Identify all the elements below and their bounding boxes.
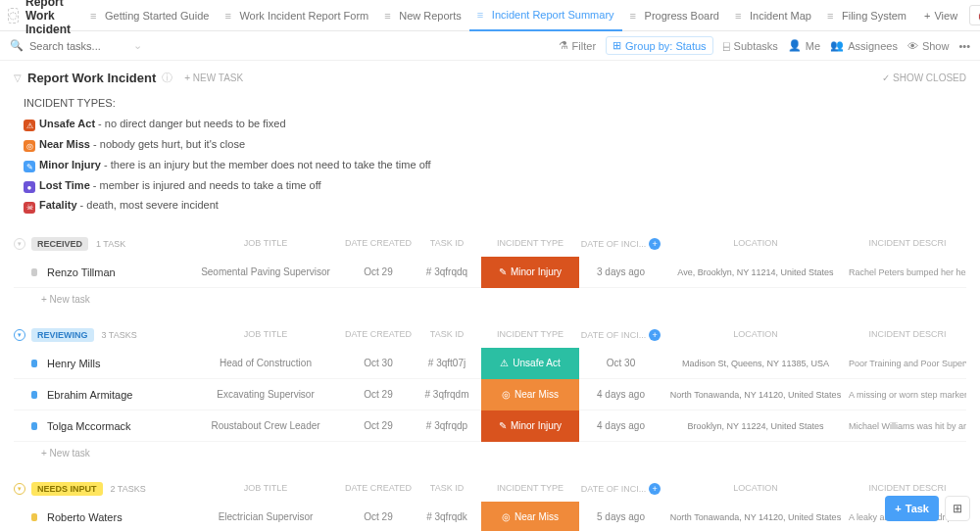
task-count: 2 TASKS bbox=[111, 484, 146, 494]
collapse-icon[interactable]: ▽ bbox=[14, 72, 22, 83]
automate-button[interactable]: 🤖 Automate ⌄ bbox=[969, 5, 980, 25]
task-row[interactable]: Roberto WatersElectrician SupervisorOct … bbox=[14, 502, 966, 531]
add-view-button[interactable]: +View bbox=[916, 0, 965, 31]
col-header[interactable]: INCIDENT TYPE bbox=[481, 329, 579, 341]
lost-icon: ● bbox=[24, 181, 35, 193]
subtasks-icon: ⌸ bbox=[723, 40, 730, 52]
col-header[interactable]: LOCATION bbox=[662, 238, 849, 250]
cell-job-title: Head of Construction bbox=[187, 358, 344, 368]
col-header[interactable]: JOB TITLE bbox=[187, 483, 344, 495]
show-closed-button[interactable]: ✓ SHOW CLOSED bbox=[882, 72, 966, 83]
col-header[interactable]: TASK ID bbox=[413, 483, 481, 495]
filter-button[interactable]: ⚗Filter bbox=[559, 39, 596, 52]
incident-icon: ✎ bbox=[499, 420, 507, 431]
cell-description: A missing or worn step marker res trippi… bbox=[849, 390, 966, 400]
task-name[interactable]: Renzo Tillman bbox=[47, 266, 187, 278]
task-name[interactable]: Tolga Mccormack bbox=[47, 420, 187, 432]
group-by-button[interactable]: ⊞Group by: Status bbox=[606, 36, 713, 55]
new-task-header-button[interactable]: + NEW TASK bbox=[184, 72, 243, 83]
search-input[interactable] bbox=[29, 40, 127, 52]
col-header[interactable]: INCIDENT TYPE bbox=[481, 238, 579, 250]
task-row[interactable]: Henry MillsHead of ConstructionOct 30# 3… bbox=[14, 348, 966, 379]
add-column-icon[interactable]: + bbox=[649, 329, 661, 341]
group-header: ▾NEEDS INPUT2 TASKSJOB TITLEDATE CREATED… bbox=[14, 476, 966, 502]
tab-incident-map[interactable]: ≡Incident Map bbox=[727, 0, 819, 31]
col-header[interactable]: INCIDENT DESCRI bbox=[849, 483, 966, 495]
column-headers: JOB TITLEDATE CREATEDTASK IDINCIDENT TYP… bbox=[187, 329, 966, 341]
col-header[interactable]: LOCATION bbox=[662, 483, 849, 495]
col-header[interactable]: INCIDENT TYPE bbox=[481, 483, 579, 495]
tab-getting-started-guide[interactable]: ≡Getting Started Guide bbox=[82, 0, 217, 31]
add-column-icon[interactable]: + bbox=[649, 238, 661, 250]
apps-fab[interactable]: ⊞ bbox=[945, 496, 970, 521]
add-column-icon[interactable]: + bbox=[649, 483, 661, 495]
more-icon[interactable]: ••• bbox=[958, 40, 970, 52]
search-box[interactable]: 🔍 ⌄ bbox=[10, 39, 549, 52]
show-button[interactable]: 👁Show bbox=[907, 40, 950, 52]
task-row[interactable]: Ebrahim ArmitageExcavating SupervisorOct… bbox=[14, 379, 966, 410]
col-header[interactable]: JOB TITLE bbox=[187, 329, 344, 341]
tab-filing-system[interactable]: ≡Filing System bbox=[819, 0, 914, 31]
incident-type-badge[interactable]: ✎Minor Injury bbox=[481, 257, 579, 288]
col-header[interactable]: TASK ID bbox=[413, 238, 481, 250]
new-task-button[interactable]: + New task bbox=[14, 288, 966, 311]
incident-icon: ⚠ bbox=[500, 358, 509, 368]
col-header[interactable]: DATE CREATED bbox=[344, 329, 413, 341]
task-count: 1 TASK bbox=[96, 239, 125, 249]
subtasks-button[interactable]: ⌸Subtasks bbox=[723, 40, 778, 52]
task-row[interactable]: Tolga MccormackRoustabout Crew LeaderOct… bbox=[14, 410, 966, 442]
type-fatal: ☠Fatality - death, most severe incident bbox=[24, 195, 966, 216]
incident-type-badge[interactable]: ◎Near Miss bbox=[481, 502, 579, 531]
cell-task-id: # 3qfrqdk bbox=[413, 511, 481, 522]
col-header[interactable]: DATE OF INCI...+ bbox=[579, 238, 662, 250]
status-square[interactable] bbox=[31, 268, 37, 276]
collapse-group-icon[interactable]: ▾ bbox=[14, 483, 25, 495]
new-task-button[interactable]: + New task bbox=[14, 442, 966, 464]
col-header[interactable]: LOCATION bbox=[662, 329, 849, 341]
status-square[interactable] bbox=[31, 422, 37, 430]
tab-work-incident-report-form[interactable]: ≡Work Incident Report Form bbox=[217, 0, 376, 31]
chevron-down-icon[interactable]: ⌄ bbox=[133, 39, 142, 52]
col-header[interactable]: INCIDENT DESCRI bbox=[849, 238, 966, 250]
incident-type-badge[interactable]: ⚠Unsafe Act bbox=[481, 348, 579, 379]
col-header[interactable]: DATE OF INCI...+ bbox=[579, 329, 662, 341]
col-header[interactable]: DATE CREATED bbox=[344, 483, 413, 495]
col-header[interactable]: JOB TITLE bbox=[187, 238, 344, 250]
me-button[interactable]: 👤Me bbox=[788, 39, 820, 52]
type-nearmiss: ◎Near Miss - nobody gets hurt, but it's … bbox=[24, 134, 966, 155]
tab-new-reports[interactable]: ≡New Reports bbox=[376, 0, 469, 31]
status-square[interactable] bbox=[31, 391, 37, 399]
status-badge[interactable]: RECEIVED bbox=[31, 237, 88, 251]
status-badge[interactable]: NEEDS INPUT bbox=[31, 482, 103, 496]
tab-incident-report-summary[interactable]: ≡Incident Report Summary bbox=[469, 0, 622, 31]
status-badge[interactable]: REVIEWING bbox=[31, 328, 94, 342]
cell-task-id: # 3qfrqdq bbox=[413, 266, 481, 277]
col-header[interactable]: DATE CREATED bbox=[344, 238, 413, 250]
assignees-button[interactable]: 👥Assignees bbox=[830, 39, 898, 52]
nearmiss-icon: ◎ bbox=[24, 140, 35, 152]
task-name[interactable]: Roberto Waters bbox=[47, 511, 187, 523]
info-icon[interactable]: ⓘ bbox=[162, 71, 172, 85]
type-unsafe: ⚠Unsafe Act - no direct danger but needs… bbox=[24, 114, 966, 134]
tab-progress-board[interactable]: ≡Progress Board bbox=[622, 0, 727, 31]
incident-type-badge[interactable]: ✎Minor Injury bbox=[481, 410, 579, 442]
task-name[interactable]: Ebrahim Armitage bbox=[47, 389, 187, 401]
view-icon: ≡ bbox=[224, 10, 235, 21]
task-count: 3 TASKS bbox=[102, 330, 137, 340]
view-icon: ≡ bbox=[735, 10, 746, 21]
col-header[interactable]: INCIDENT DESCRI bbox=[849, 329, 966, 341]
task-name[interactable]: Henry Mills bbox=[47, 358, 187, 369]
status-square[interactable] bbox=[31, 360, 37, 367]
collapse-group-icon[interactable]: ▾ bbox=[14, 329, 25, 341]
col-header[interactable]: DATE OF INCI...+ bbox=[579, 483, 662, 495]
cell-location: North Tonawanda, NY 14120, United States bbox=[662, 512, 849, 522]
column-headers: JOB TITLEDATE CREATEDTASK IDINCIDENT TYP… bbox=[187, 238, 966, 250]
top-nav: ◌ Report Work Incident ≡Getting Started … bbox=[0, 0, 980, 31]
types-header: INCIDENT TYPES: bbox=[24, 93, 966, 114]
new-task-fab[interactable]: +Task bbox=[885, 496, 939, 521]
incident-type-badge[interactable]: ◎Near Miss bbox=[481, 379, 579, 410]
status-square[interactable] bbox=[31, 513, 37, 521]
task-row[interactable]: Renzo TillmanSeomental Paving Supervisor… bbox=[14, 257, 966, 288]
col-header[interactable]: TASK ID bbox=[413, 329, 481, 341]
collapse-group-icon[interactable]: ▾ bbox=[14, 238, 25, 250]
